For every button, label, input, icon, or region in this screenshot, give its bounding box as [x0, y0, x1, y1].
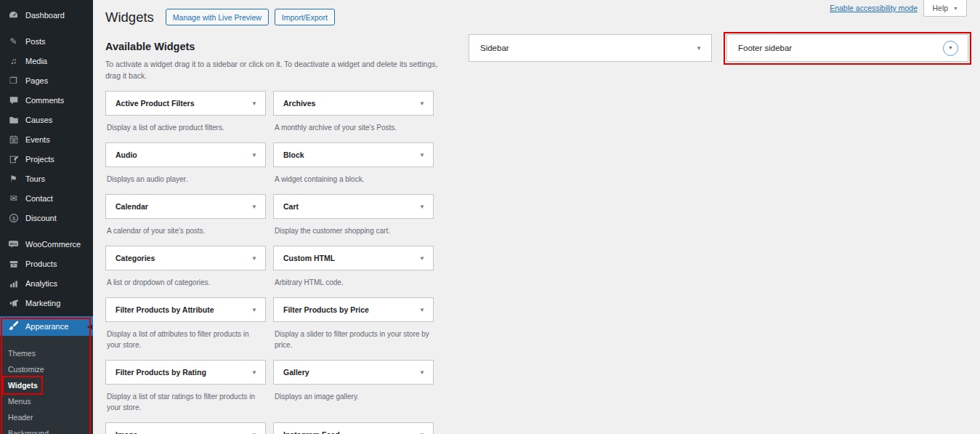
widget-toggle[interactable]: Archives ▼ — [273, 91, 434, 116]
widget-title: Categories — [116, 254, 155, 262]
events-calendar-icon — [7, 134, 20, 145]
widget-toggle[interactable]: Cart ▼ — [273, 194, 434, 219]
submenu-item-customize[interactable]: Customize — [0, 361, 93, 377]
widget-title: Audio — [116, 150, 137, 159]
main-content: Widgets Manage with Live Preview Import/… — [93, 0, 980, 434]
widget-toggle[interactable]: Calendar ▼ — [105, 194, 266, 219]
widget-title: Custom HTML — [283, 254, 335, 262]
pages-icon: ❐ — [7, 76, 20, 85]
manage-live-preview-button[interactable]: Manage with Live Preview — [166, 9, 269, 25]
submenu-item-background[interactable]: Background — [0, 425, 93, 434]
woocommerce-icon: WOO — [7, 238, 20, 249]
widget-toggle[interactable]: Filter Products by Attribute ▼ — [105, 297, 266, 322]
sidebar-item-pages[interactable]: ❐ Pages — [0, 71, 93, 90]
chevron-down-icon: ▼ — [251, 204, 257, 210]
widget-title: Archives — [283, 99, 315, 108]
widget-title: Filter Products by Price — [283, 305, 369, 314]
sidebar-item-comments[interactable]: Comments — [0, 90, 93, 110]
sidebar-item-discount[interactable]: $ Discount — [0, 208, 93, 228]
submenu-item-menus[interactable]: Menus — [0, 393, 93, 409]
dashboard-icon — [7, 9, 20, 20]
sidebar-item-analytics[interactable]: Analytics — [0, 273, 93, 293]
widget-card-calendar: Calendar ▼ A calendar of your site's pos… — [105, 194, 266, 246]
widget-description: Display a list of star ratings to filter… — [107, 391, 264, 413]
sidebar-item-marketing[interactable]: Marketing — [0, 293, 93, 313]
widget-card-block: Block ▼ A widget containing a block. — [273, 142, 434, 194]
import-export-button[interactable]: Import/Export — [275, 9, 335, 25]
sidebar-panel-header[interactable]: Sidebar ▼ — [469, 34, 712, 62]
sidebar-item-label: Appearance — [25, 322, 68, 331]
widget-card-filter-attribute: Filter Products by Attribute ▼ Display a… — [105, 297, 266, 360]
tours-flag-icon: ⚑ — [7, 174, 20, 183]
widget-title: Instagram Feed — [283, 430, 340, 434]
sidebar-item-projects[interactable]: Projects — [0, 149, 93, 169]
footer-sidebar-panel-header[interactable]: Footer sidebar ▼ — [726, 34, 968, 62]
widget-card-filter-price: Filter Products by Price ▼ Display a sli… — [273, 297, 434, 360]
sidebar-item-media[interactable]: ♫ Media — [0, 51, 93, 71]
widget-toggle[interactable]: Custom HTML ▼ — [273, 246, 434, 270]
widget-toggle[interactable]: Image ▼ — [105, 422, 266, 434]
widget-card-filter-rating: Filter Products by Rating ▼ Display a li… — [105, 360, 266, 422]
svg-text:WOO: WOO — [9, 242, 17, 246]
chevron-down-icon: ▼ — [419, 369, 425, 376]
sidebar-item-dashboard[interactable]: Dashboard — [0, 5, 93, 25]
appearance-submenu: Themes Customize Widgets Menus Header Ba… — [0, 336, 93, 434]
marketing-megaphone-icon — [7, 298, 20, 308]
widget-title: Active Product Filters — [116, 99, 195, 108]
widget-card-cart: Cart ▼ Display the customer shopping car… — [273, 194, 434, 246]
sidebar-item-events[interactable]: Events — [0, 129, 93, 149]
widget-title: Block — [283, 150, 304, 159]
submenu-item-widgets[interactable]: Widgets — [0, 377, 93, 393]
causes-folder-icon — [7, 115, 20, 125]
widget-toggle[interactable]: Filter Products by Price ▼ — [273, 297, 434, 322]
widget-toggle[interactable]: Active Product Filters ▼ — [105, 91, 266, 116]
chevron-down-icon: ▼ — [953, 6, 958, 11]
sidebar-item-appearance[interactable]: Appearance ◀ — [0, 316, 93, 336]
help-dropdown-button[interactable]: Help ▼ — [923, 0, 967, 17]
sidebar-item-posts[interactable]: ✎ Posts — [0, 31, 93, 51]
enable-accessibility-mode-link[interactable]: Enable accessibility mode — [830, 4, 918, 12]
widget-toggle[interactable]: Block ▼ — [273, 142, 434, 167]
chevron-down-icon: ▼ — [696, 45, 702, 52]
sidebar-item-causes[interactable]: Causes — [0, 110, 93, 129]
sidebar-item-label: Analytics — [25, 279, 57, 288]
sidebar-item-label: Posts — [25, 37, 46, 46]
chevron-down-icon: ▼ — [419, 255, 425, 262]
chevron-down-icon: ▼ — [251, 432, 257, 434]
chevron-down-icon: ▼ — [251, 369, 257, 376]
sidebar-item-woocommerce[interactable]: WOO WooCommerce — [0, 234, 93, 254]
sidebar-item-products[interactable]: Products — [0, 254, 93, 273]
widget-description: Displays an audio player. — [107, 174, 264, 185]
widget-card-image: Image ▼ Displays an image. — [105, 422, 266, 434]
sidebar-item-tours[interactable]: ⚑ Tours — [0, 169, 93, 188]
widget-toggle[interactable]: Instagram Feed ▼ — [273, 422, 434, 434]
widget-description: A list or dropdown of categories. — [107, 277, 264, 288]
footer-sidebar-panel-title: Footer sidebar — [738, 44, 792, 52]
widget-toggle[interactable]: Categories ▼ — [105, 246, 266, 270]
current-menu-pointer-icon: ◀ — [87, 323, 92, 329]
analytics-chart-icon — [7, 278, 20, 289]
page-title: Widgets — [105, 9, 154, 25]
widget-toggle[interactable]: Gallery ▼ — [273, 360, 434, 385]
circled-chevron-down-icon[interactable]: ▼ — [943, 41, 958, 56]
widget-toggle[interactable]: Filter Products by Rating ▼ — [105, 360, 266, 385]
widget-description: Display a list of attributes to filter p… — [107, 329, 264, 350]
widget-title: Cart — [283, 202, 299, 211]
widget-card-archives: Archives ▼ A monthly archive of your sit… — [273, 91, 434, 142]
widget-title: Gallery — [283, 368, 309, 377]
submenu-item-header[interactable]: Header — [0, 409, 93, 425]
widget-card-audio: Audio ▼ Displays an audio player. — [105, 142, 266, 194]
widget-title: Filter Products by Attribute — [116, 305, 214, 314]
widget-toggle[interactable]: Audio ▼ — [105, 142, 266, 167]
comments-icon — [7, 95, 20, 105]
widget-description: A calendar of your site's posts. — [107, 225, 264, 236]
chevron-down-icon: ▼ — [251, 307, 257, 313]
widget-description: Arbitrary HTML code. — [275, 277, 432, 288]
submenu-item-themes[interactable]: Themes — [0, 345, 93, 361]
posts-icon: ✎ — [7, 37, 20, 46]
appearance-brush-icon — [7, 321, 20, 331]
sidebar-item-contact[interactable]: ✉ Contact — [0, 188, 93, 208]
chevron-down-icon: ▼ — [419, 152, 425, 158]
widget-description: Display the customer shopping cart. — [275, 225, 432, 236]
chevron-down-icon: ▼ — [419, 100, 425, 107]
